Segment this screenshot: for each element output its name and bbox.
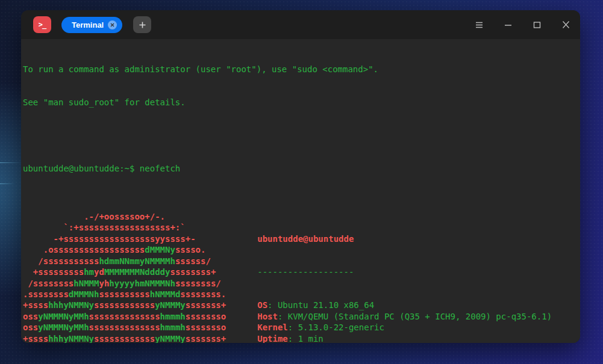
menu-button[interactable] xyxy=(464,10,493,39)
titlebar[interactable]: >_ Terminal xyxy=(21,10,580,39)
neofetch-user-host: ubuntudde@ubuntudde xyxy=(257,233,552,244)
motd-line: To run a command as administrator (user … xyxy=(23,64,576,75)
terminal-app-icon: >_ xyxy=(33,16,51,33)
neofetch-info-row: Host: KVM/QEMU (Standard PC (Q35 + ICH9,… xyxy=(257,311,552,322)
terminal-window: >_ Terminal xyxy=(21,10,580,343)
close-icon xyxy=(561,20,570,29)
window-controls xyxy=(464,10,580,39)
light-streak xyxy=(0,162,23,163)
close-button[interactable] xyxy=(551,10,580,39)
shell-prompt: ubuntudde@ubuntudde:~$ xyxy=(23,164,134,173)
new-tab-button[interactable] xyxy=(133,16,151,33)
tab-label: Terminal xyxy=(72,20,104,29)
neofetch-info-row: Kernel: 5.13.0-22-generic xyxy=(257,322,552,333)
plus-icon xyxy=(139,21,146,29)
neofetch-separator: ------------------- xyxy=(257,267,552,277)
maximize-icon xyxy=(533,21,542,29)
hamburger-icon xyxy=(475,21,484,29)
neofetch-info-row: OS: Ubuntu 21.10 x86_64 xyxy=(257,300,552,310)
minimize-button[interactable] xyxy=(493,10,522,39)
terminal-content[interactable]: To run a command as administrator (user … xyxy=(21,39,580,343)
blank-line xyxy=(23,130,576,141)
neofetch-output: .-/+oossssoo+/-. `:+ssssssssssssssssss+:… xyxy=(23,211,576,343)
command-text: neofetch xyxy=(134,164,180,173)
desktop-background: >_ Terminal xyxy=(0,0,603,364)
minimize-icon xyxy=(504,21,513,29)
motd-line: See "man sudo_root" for details. xyxy=(23,97,576,108)
neofetch-ascii-art: .-/+oossssoo+/-. `:+ssssssssssssssssss+:… xyxy=(23,211,226,343)
neofetch-info-row: Uptime: 1 min xyxy=(257,333,552,343)
tab-close-button[interactable] xyxy=(108,20,117,29)
prompt-line: ubuntudde@ubuntudde:~$neofetch xyxy=(23,163,576,174)
light-streak xyxy=(0,184,15,184)
maximize-button[interactable] xyxy=(522,10,551,39)
neofetch-info: ubuntudde@ubuntudde ------------------- … xyxy=(257,211,552,343)
tab-terminal[interactable]: Terminal xyxy=(61,17,122,33)
neofetch-info-rows: OS: Ubuntu 21.10 x86_64Host: KVM/QEMU (S… xyxy=(257,300,552,343)
close-icon xyxy=(110,23,114,27)
